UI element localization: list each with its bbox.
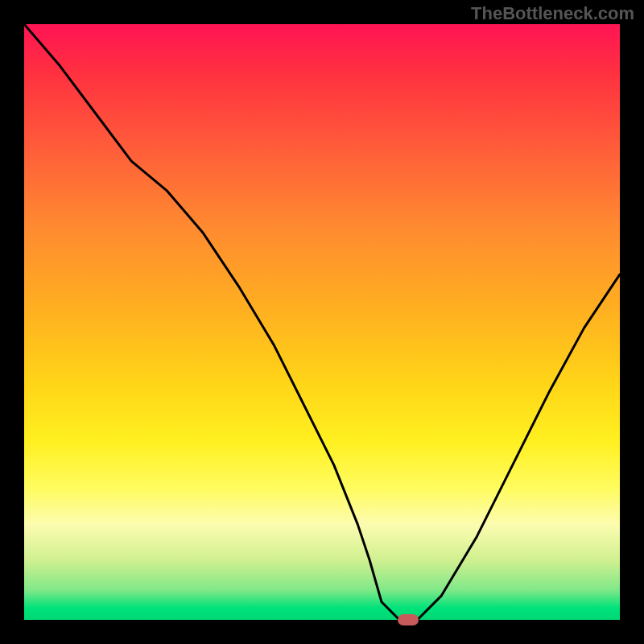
chart-plot-area [24, 24, 620, 620]
minimum-marker [398, 614, 419, 625]
watermark-text: TheBottleneck.com [471, 3, 634, 24]
bottleneck-curve [24, 24, 620, 620]
